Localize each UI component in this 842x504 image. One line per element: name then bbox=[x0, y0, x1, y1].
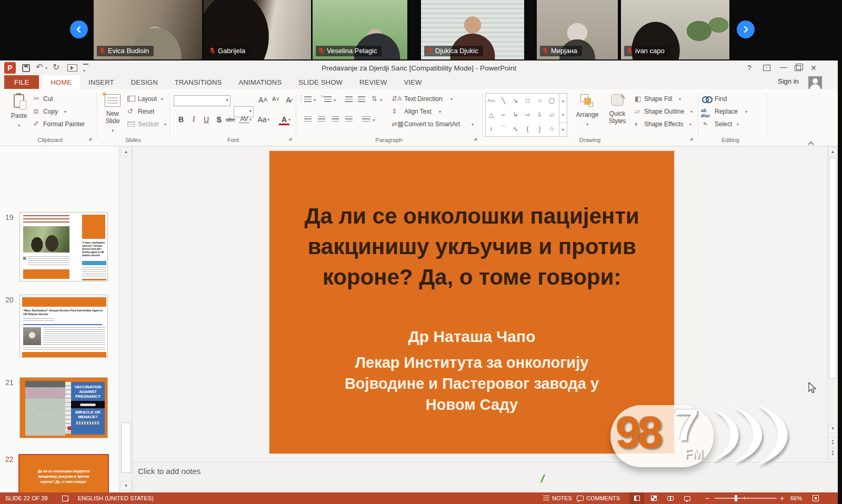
shape-arrow-icon[interactable]: ↘ bbox=[510, 94, 521, 107]
thumbnail-panel-scrollbar[interactable]: ▲ ▼ bbox=[119, 146, 132, 492]
italic-button[interactable]: I bbox=[188, 115, 199, 124]
justify-button[interactable] bbox=[345, 116, 353, 123]
zoom-level[interactable]: 66% bbox=[790, 492, 802, 504]
shape-star-icon[interactable]: ☆ bbox=[546, 122, 557, 136]
canvas-scrollbar[interactable]: ▲ ▼ ▲▲ ▼▼ bbox=[827, 146, 838, 462]
bullets-dropdown-icon[interactable]: ▾ bbox=[314, 98, 316, 103]
view-reading-button[interactable] bbox=[663, 492, 678, 504]
convert-to-smartart-button[interactable]: Convert to SmartArt bbox=[404, 120, 460, 128]
numbering-button[interactable] bbox=[324, 96, 332, 103]
select-button[interactable]: Select bbox=[715, 120, 732, 128]
shape-triangle-icon[interactable]: △ bbox=[486, 108, 497, 122]
decrease-font-size-button[interactable]: A˅ bbox=[270, 96, 281, 102]
account-avatar[interactable] bbox=[808, 76, 822, 89]
slide-thumbnail-22-selected[interactable]: Да ли се онколошки пацијенти вакцинишу у… bbox=[18, 454, 109, 492]
minimize-button[interactable]: — bbox=[780, 63, 787, 70]
new-slide-button[interactable]: New Slide ▾ bbox=[100, 94, 125, 134]
strikethrough-button[interactable]: abc bbox=[225, 116, 236, 123]
shape-block-arrow-down-icon[interactable]: ⇩ bbox=[534, 108, 545, 122]
shapes-more-button[interactable]: ▼ bbox=[559, 122, 567, 136]
comments-toggle-button[interactable]: COMMENTS bbox=[577, 492, 620, 504]
scroll-participants-left-button[interactable] bbox=[70, 21, 88, 38]
ribbon-display-options-button[interactable] bbox=[763, 65, 770, 71]
align-text-button[interactable]: Align Text bbox=[404, 108, 432, 115]
restore-button[interactable] bbox=[795, 65, 801, 71]
thumbnail-scroll-up-button[interactable]: ▲ bbox=[121, 147, 132, 156]
shape-oval-icon[interactable]: ○ bbox=[534, 94, 545, 107]
increase-font-size-button[interactable]: A˄ bbox=[258, 96, 268, 104]
shape-left-brace-icon[interactable]: { bbox=[522, 122, 533, 136]
bullets-button[interactable] bbox=[304, 96, 312, 103]
view-slide-sorter-button[interactable] bbox=[646, 492, 661, 504]
columns-button[interactable] bbox=[362, 116, 370, 123]
slide-editing-canvas[interactable]: Да ли се онколошки пацијенти вакцинишу у… bbox=[133, 146, 827, 462]
layout-button[interactable]: Layout bbox=[138, 95, 157, 103]
font-name-combobox[interactable] bbox=[174, 95, 230, 106]
help-button[interactable]: ? bbox=[747, 64, 751, 72]
participant-video-tile[interactable]: Gabrijela bbox=[204, 0, 311, 59]
numbering-dropdown-icon[interactable]: ▾ bbox=[334, 98, 336, 103]
shape-outline-button[interactable]: Shape Outline bbox=[644, 108, 684, 115]
shape-right-brace-icon[interactable]: } bbox=[534, 122, 545, 136]
select-dropdown-icon[interactable]: ▾ bbox=[737, 122, 739, 127]
increase-indent-button[interactable] bbox=[358, 96, 365, 103]
shape-elbow-connector-icon[interactable]: ⌐ bbox=[498, 108, 509, 122]
underline-button[interactable]: U bbox=[201, 115, 212, 124]
change-case-dropdown-icon[interactable]: ▾ bbox=[267, 117, 269, 122]
view-slideshow-button[interactable] bbox=[680, 492, 695, 504]
quick-styles-button[interactable]: Quick Styles bbox=[603, 94, 632, 125]
shape-outline-dropdown-icon[interactable]: ▾ bbox=[690, 109, 693, 114]
clipboard-dialog-launcher[interactable]: ◢ bbox=[88, 136, 92, 141]
shapes-scroll-down-button[interactable]: ▼ bbox=[559, 108, 567, 122]
canvas-scroll-up-button[interactable]: ▲ bbox=[828, 147, 837, 156]
find-button[interactable]: Find bbox=[715, 95, 727, 103]
zoom-slider-thumb[interactable] bbox=[735, 495, 737, 501]
text-shadow-button[interactable]: S bbox=[214, 115, 224, 124]
cut-button[interactable]: Cut bbox=[43, 95, 53, 103]
tab-transitions[interactable]: TRANSITIONS bbox=[166, 75, 230, 89]
clear-formatting-button[interactable]: A̷ bbox=[283, 96, 294, 104]
notes-toggle-button[interactable]: NOTES bbox=[543, 492, 572, 504]
align-text-dropdown-icon[interactable]: ▾ bbox=[439, 109, 441, 114]
font-color-dropdown-icon[interactable]: ▾ bbox=[288, 117, 290, 122]
shape-fill-dropdown-icon[interactable]: ▾ bbox=[679, 97, 681, 102]
align-left-button[interactable] bbox=[304, 116, 312, 123]
slide-title-textbox[interactable]: Да ли се онколошки пацијенти вакцинишу у… bbox=[269, 201, 674, 293]
thumbnail-scrollbar-thumb[interactable] bbox=[121, 422, 131, 473]
replace-dropdown-icon[interactable]: ▾ bbox=[745, 109, 747, 114]
tab-slide-show[interactable]: SLIDE SHOW bbox=[290, 75, 351, 89]
shape-callout-icon[interactable]: ▱ bbox=[546, 108, 557, 122]
replace-button[interactable]: Replace bbox=[715, 108, 738, 115]
participant-video-tile[interactable]: ivan capo bbox=[621, 0, 729, 59]
drawing-dialog-launcher[interactable]: ◢ bbox=[689, 136, 693, 141]
shape-elbow-arrow-icon[interactable]: ↳ bbox=[510, 108, 521, 122]
copy-button[interactable]: Copy bbox=[43, 108, 58, 115]
slide-thumbnail-19[interactable]: K 'A mass sterilization exercise': Kenya… bbox=[19, 212, 108, 281]
slide-indicator[interactable]: SLIDE 22 OF 28 bbox=[5, 492, 48, 504]
align-right-button[interactable] bbox=[332, 116, 339, 123]
character-spacing-button[interactable]: AV bbox=[239, 115, 249, 123]
slide-thumbnail-21[interactable]: VACCINATION AGAINST PREGNANCY MIRACLE OR… bbox=[19, 377, 108, 438]
align-center-button[interactable] bbox=[318, 116, 325, 123]
paste-button[interactable]: Paste ▾ bbox=[7, 94, 31, 129]
format-painter-button[interactable]: Format Painter bbox=[43, 120, 85, 128]
tab-view[interactable]: VIEW bbox=[395, 75, 430, 89]
participant-video-tile[interactable]: Veselina Pelagic bbox=[313, 0, 407, 59]
fit-slide-to-window-button[interactable] bbox=[813, 492, 819, 504]
decrease-indent-button[interactable] bbox=[345, 96, 353, 103]
line-spacing-dropdown-icon[interactable]: ▾ bbox=[380, 98, 382, 103]
shape-block-arrow-right-icon[interactable]: ⇨ bbox=[522, 108, 533, 122]
shape-scribble-icon[interactable]: ≀ bbox=[486, 122, 497, 136]
shape-curve-icon[interactable]: ∿ bbox=[510, 122, 521, 136]
view-normal-button[interactable] bbox=[629, 492, 644, 504]
participant-video-tile[interactable]: Evica Budisin bbox=[94, 0, 202, 59]
next-slide-button[interactable]: ▼▼ bbox=[828, 448, 837, 459]
smartart-dropdown-icon[interactable]: ▾ bbox=[472, 122, 474, 127]
notes-pane[interactable]: Click to add notes bbox=[133, 462, 838, 492]
zoom-out-button[interactable]: − bbox=[705, 492, 709, 504]
arrange-button[interactable]: Arrange ▾ bbox=[574, 94, 601, 128]
shape-arc-icon[interactable]: ⌒ bbox=[498, 122, 509, 136]
line-spacing-button[interactable]: ⇅ bbox=[372, 95, 377, 102]
shape-fill-button[interactable]: Shape Fill bbox=[644, 95, 672, 103]
layout-dropdown-icon[interactable]: ▾ bbox=[161, 97, 163, 102]
